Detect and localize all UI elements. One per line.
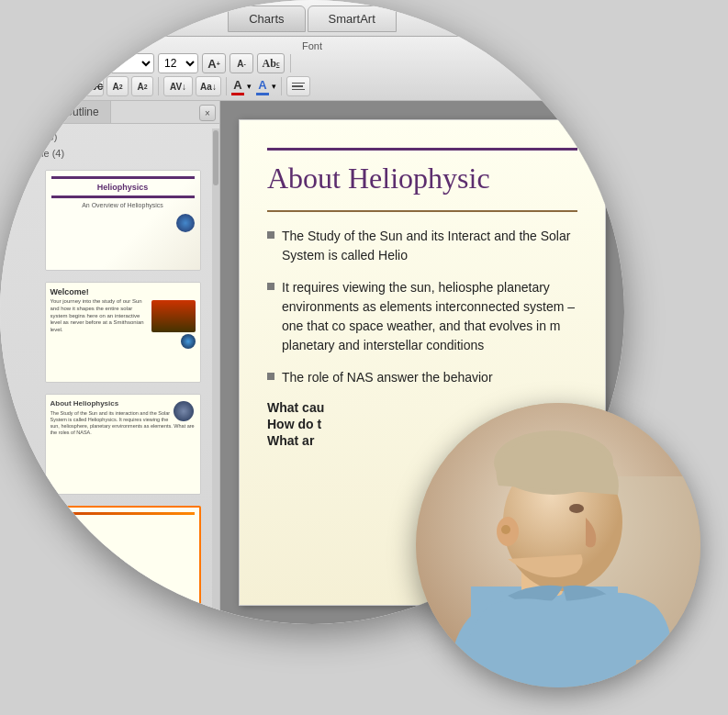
subscript-btn[interactable]: A2 — [131, 76, 153, 96]
font-size-up-icon: A — [207, 57, 216, 71]
italic-btn[interactable]: I — [32, 76, 54, 96]
slide-wrapper-4 — [0, 502, 219, 610]
slide-top-line — [267, 148, 577, 151]
tab-slides[interactable]: Slides — [0, 101, 53, 123]
char-spacing-btn[interactable]: AV↓ — [163, 76, 193, 96]
svg-point-7 — [501, 525, 510, 534]
toolbar-row-1: Calibri 12 A+ A- Abc — [7, 53, 617, 73]
svg-point-8 — [569, 504, 584, 513]
font-select[interactable]: Calibri — [7, 53, 154, 73]
bullet-text-1: The Study of the Sun and its Interact an… — [282, 227, 577, 265]
slide3-title: About Heliophysics — [50, 399, 196, 408]
font-color-letter: A — [233, 78, 241, 92]
font-size-down-icon: A — [237, 59, 243, 69]
person-photo — [416, 403, 700, 687]
sidebar: Slides Outline × Physics (0) Welcome (4)… — [0, 101, 220, 624]
bullet-text-3: The role of NAS answer the behavior — [282, 368, 493, 387]
slide3-circle — [174, 401, 194, 421]
bullet-square-3 — [267, 373, 274, 380]
toolbar-sep-3 — [226, 77, 227, 95]
person-circle — [416, 403, 700, 687]
highlight-btn[interactable]: A — [256, 78, 269, 95]
highlight-color-bar — [256, 93, 269, 95]
case-btn[interactable]: Aa↓ — [196, 76, 221, 96]
slide4-bar — [51, 512, 195, 515]
slide-wrapper-1: 1 Heliophysics An Overview of Heliophysi… — [0, 166, 219, 274]
menu-bar: Charts SmartArt — [0, 0, 624, 37]
slides-section: Physics (0) Welcome (4) 1 Heliophysics — [0, 124, 219, 624]
slide1-bottom — [51, 214, 195, 232]
slide-wrapper-2: 2 Welcome! Your journey into the study o… — [0, 278, 219, 386]
bullet1-text: The Study of the Sun and its Interact an… — [282, 229, 570, 263]
highlight-dropdown-arrow[interactable]: ▾ — [272, 82, 276, 91]
clear-format-btn[interactable]: Abc — [257, 53, 285, 73]
font-color-dropdown-arrow[interactable]: ▾ — [247, 82, 252, 91]
slide2-content: Welcome! Your journey into the study of … — [46, 283, 200, 382]
slide-thumb-1[interactable]: Heliophysics An Overview of Heliophysics — [45, 170, 201, 271]
align-lines-icon — [292, 83, 305, 91]
font-color-btn[interactable]: A — [231, 78, 244, 95]
slide4-content — [47, 508, 199, 605]
font-size-down-btn[interactable]: A- — [230, 53, 253, 73]
slide1-content: Heliophysics An Overview of Heliophysics — [46, 171, 200, 270]
tab-outline[interactable]: Outline — [53, 101, 111, 123]
slide-thumb-4[interactable] — [45, 506, 201, 607]
highlight-letter: A — [258, 78, 266, 92]
toolbar-sep-1 — [290, 54, 291, 73]
toolbar: Font Calibri 12 A+ A- Abc — [0, 37, 624, 101]
slide-thumb-3[interactable]: About Heliophysics The Study of the Sun … — [45, 394, 201, 495]
font-size-up-btn[interactable]: A+ — [202, 53, 226, 73]
slide-bullet-3: The role of NAS answer the behavior — [267, 368, 577, 387]
slide2-title: Welcome! — [50, 287, 196, 296]
slide-thumb-2[interactable]: Welcome! Your journey into the study of … — [45, 282, 201, 383]
tab-smartart[interactable]: SmartArt — [308, 6, 397, 32]
sidebar-tabs: Slides Outline × — [0, 101, 219, 124]
section-physics: Physics (0) — [0, 129, 219, 146]
slide1-border: Heliophysics — [51, 176, 195, 198]
underline-btn[interactable]: U — [57, 76, 79, 96]
font-color-bar — [231, 93, 244, 95]
toolbar-sep-4 — [281, 77, 282, 95]
scene: Charts SmartArt Font Calibri 12 A+ — [0, 0, 728, 715]
tab-charts[interactable]: Charts — [228, 6, 305, 32]
strikethrough-btn[interactable]: Abc — [82, 76, 104, 96]
bullet-square-1 — [267, 231, 274, 239]
slide3-content: About Heliophysics The Study of the Sun … — [46, 395, 200, 494]
align-btn[interactable] — [286, 76, 310, 96]
slide1-title: Heliophysics — [51, 183, 195, 192]
section-welcome: Welcome (4) — [0, 146, 219, 162]
slide-bullet-1: The Study of the Sun and its Interact an… — [267, 227, 577, 265]
sidebar-scroll-thumb[interactable] — [213, 130, 218, 185]
superscript-btn[interactable]: A2 — [106, 76, 129, 96]
sidebar-scrollbar[interactable] — [212, 128, 219, 624]
font-size-select[interactable]: 12 — [158, 53, 198, 73]
bold-btn[interactable]: B — [7, 76, 29, 96]
bullet-square-2 — [267, 283, 274, 290]
slide2-image — [151, 300, 196, 332]
toolbar-row-2: B I U Abc A2 A2 AV↓ Aa↓ A ▾ — [7, 76, 617, 96]
slide-divider — [267, 210, 577, 212]
slide-main-title: About Heliophysic — [267, 162, 577, 196]
slide-wrapper-3: About Heliophysics The Study of the Sun … — [0, 390, 219, 498]
toolbar-sep-2 — [158, 77, 159, 95]
sidebar-close-btn[interactable]: × — [199, 105, 216, 121]
slide1-subtitle: An Overview of Heliophysics — [51, 202, 195, 208]
font-group-label: Font — [7, 40, 617, 51]
slide-bullet-2: It requires viewing the sun, heliosphe p… — [267, 278, 577, 355]
bullet-text-2: It requires viewing the sun, heliosphe p… — [282, 278, 577, 355]
slide1-circle — [176, 214, 195, 232]
slide2-circle — [181, 334, 196, 349]
